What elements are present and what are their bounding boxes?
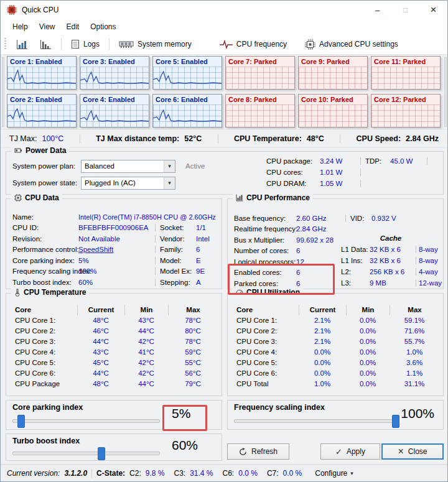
socket-label: Socket: xyxy=(160,224,196,231)
parked-cores-value: 6 xyxy=(296,280,300,287)
menu-edit[interactable]: Edit xyxy=(60,21,85,33)
revision-label: Revision: xyxy=(12,235,78,243)
vendor-value: Intel xyxy=(196,235,210,243)
core-tile-3[interactable]: Core 3: Enabled xyxy=(80,56,149,90)
temp-core-name: CPU Package xyxy=(11,379,77,389)
power-readings: CPU package: 3.24 W TDP: 45.0 W CPU core… xyxy=(266,155,432,189)
turbo-boost-index-value: 60% xyxy=(78,279,151,286)
core-tile-label: Core 9: Parked xyxy=(299,57,367,67)
cpu-frequency-button[interactable]: CPU frequency xyxy=(215,37,292,52)
core-tile-1[interactable]: Core 1: Enabled xyxy=(7,56,77,90)
minimize-button[interactable]: – xyxy=(363,1,391,19)
l1-ins-label: L1 Ins: xyxy=(341,257,370,264)
frequency-scaling-slider[interactable] xyxy=(234,419,396,423)
logical-processors-value: 12 xyxy=(296,258,304,266)
l1-ins-value: 32 KB x 6 xyxy=(370,257,413,264)
l2-way: 4-way xyxy=(419,268,438,276)
menu-options[interactable]: Options xyxy=(85,21,121,33)
core-tile-7[interactable]: Core 7: Parked xyxy=(225,56,295,90)
system-power-state-select[interactable]: Plugged In (AC) ▾ xyxy=(81,177,175,190)
tj-distance-value: 52°C xyxy=(184,134,202,143)
speedshift-link[interactable]: SpeedShift xyxy=(78,246,113,253)
core-parking-slider-thumb[interactable] xyxy=(17,415,25,428)
cpu-name-row: Name: Intel(R) Core(TM) i7-8850H CPU @ 2… xyxy=(12,211,219,223)
frequency-scaling-slider-thumb[interactable] xyxy=(392,415,399,428)
temp-current: 45°C xyxy=(77,358,124,368)
core-tile-9[interactable]: Core 9: Parked xyxy=(298,56,368,90)
configure-dropdown[interactable]: Configure ▾ xyxy=(315,469,353,478)
cpu-data-rows: Name: Intel(R) Core(TM) i7-8850H CPU @ 2… xyxy=(12,211,219,288)
toolbar-grip xyxy=(4,38,6,50)
menu-help[interactable]: Help xyxy=(7,21,34,33)
col-header-max: Max xyxy=(168,305,218,315)
advanced-cpu-settings-button[interactable]: Advanced CPU settings xyxy=(300,37,403,52)
core-tile-label: Core 6: Enabled xyxy=(153,95,222,104)
core-parking-slider-value: 5% xyxy=(172,406,190,421)
socket-value: 1/1 xyxy=(196,224,206,231)
util-core-name: CPU Core 2: xyxy=(233,326,299,336)
current-version-value: 3.1.2.0 xyxy=(64,469,87,478)
apply-button[interactable]: ✓ Apply xyxy=(320,443,380,460)
graph-view-button[interactable] xyxy=(11,37,33,52)
tj-distance-label: TJ Max distance temp: xyxy=(96,134,179,143)
menu-view[interactable]: View xyxy=(34,21,61,33)
close-button[interactable]: × Close xyxy=(381,443,444,460)
core-tile-10[interactable]: Core 10: Parked xyxy=(298,94,368,127)
core-tile-6[interactable]: Core 6: Enabled xyxy=(152,94,222,127)
close-x-icon: × xyxy=(398,447,403,457)
util-min: 0.0% xyxy=(346,315,390,326)
column-view-button[interactable] xyxy=(35,37,57,52)
turbo-boost-slider-thumb[interactable] xyxy=(98,447,105,460)
temp-min: 43°C xyxy=(124,315,168,326)
cache-header: Cache xyxy=(341,233,441,244)
separator xyxy=(155,267,156,275)
l3-label: L3: xyxy=(341,279,370,287)
util-max: 59.1% xyxy=(390,315,439,326)
core-tile-2[interactable]: Core 2: Enabled xyxy=(7,94,77,127)
realtime-frequency-value: 2.84 GHz xyxy=(296,225,327,233)
bus-multiplier-label: Bus x Multiplier: xyxy=(234,236,296,244)
temp-core-name: CPU Core 3: xyxy=(11,336,77,347)
core-usage-sparkline xyxy=(371,67,440,89)
cpu-temperature-value: 48°C xyxy=(307,134,324,143)
util-current: 2.1% xyxy=(299,336,346,347)
core-usage-sparkline xyxy=(80,67,149,89)
l3-way: 12-way xyxy=(419,279,442,287)
separator xyxy=(218,134,218,144)
logs-button[interactable]: Logs xyxy=(66,37,105,52)
core-tile-8[interactable]: Core 8: Parked xyxy=(225,94,295,127)
core-tile-4[interactable]: Core 4: Enabled xyxy=(80,94,149,127)
core-scroll-grip-left xyxy=(2,57,4,127)
core-tile-11[interactable]: Core 11: Parked xyxy=(371,56,441,90)
core-tile-12[interactable]: Core 12: Parked xyxy=(371,94,441,127)
power-plan-active-status: Active xyxy=(185,162,205,170)
base-frequency-label: Base frequency: xyxy=(234,215,296,222)
turbo-boost-slider[interactable] xyxy=(12,452,160,455)
system-memory-button[interactable]: System memory xyxy=(114,37,197,51)
core-usage-sparkline xyxy=(153,67,222,89)
system-power-plan-select[interactable]: Balanced ▾ xyxy=(81,160,175,173)
performance-control-row: Performance control: SpeedShift Family: … xyxy=(12,244,219,256)
c2-value: 9.8 % xyxy=(146,469,165,478)
refresh-button[interactable]: Refresh xyxy=(227,443,289,460)
l1-data-label: L1 Data: xyxy=(341,246,370,253)
temp-max: 59°C xyxy=(168,347,218,358)
core-tile-5[interactable]: Core 5: Enabled xyxy=(152,56,222,90)
cpu-speed-segment: CPU Speed: 2.84 GHz xyxy=(357,134,439,143)
c3-value: 31.4 % xyxy=(190,469,213,478)
cpu-chip-icon xyxy=(305,39,315,50)
tj-distance-segment: TJ Max distance temp: 52°C xyxy=(96,134,202,143)
core-usage-sparkline xyxy=(226,67,294,89)
column-chart-icon xyxy=(40,39,52,50)
maximize-button[interactable]: □ xyxy=(391,1,419,19)
util-current: 2.1% xyxy=(299,326,346,336)
app-icon xyxy=(7,5,17,15)
col-header-core: Core xyxy=(233,305,299,315)
close-window-button[interactable]: × xyxy=(419,1,447,19)
c7-label: C7: xyxy=(267,469,279,478)
core-parking-slider[interactable] xyxy=(12,419,160,423)
temp-current: 44°C xyxy=(77,368,124,379)
system-power-plan-label: System power plan: xyxy=(12,162,81,170)
l1-data-way: 8-way xyxy=(419,246,438,253)
util-core-name: CPU Core 4: xyxy=(233,347,299,358)
